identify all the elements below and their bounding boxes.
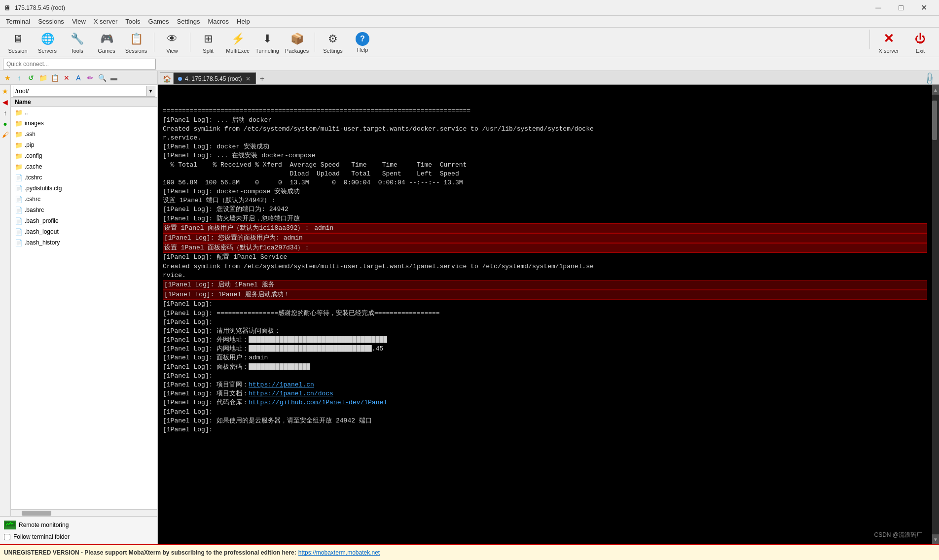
close-button[interactable]: ✕ — [912, 0, 935, 16]
terminal-line: [1Panel Log]: — [163, 318, 927, 327]
tab-bar: 🏠 4. 175.178.5.45 (root) ✕ + 📎 — [158, 71, 939, 85]
toolbar-help-button[interactable]: ? Help — [349, 30, 376, 55]
terminal-line: [1Panel Log]: docker-compose 安装成功 — [163, 187, 927, 196]
list-item[interactable]: 📁 .. — [11, 107, 157, 118]
maximize-button[interactable]: □ — [890, 0, 912, 16]
toolbar-xserver-button[interactable]: ✕ X server — [874, 30, 903, 55]
menu-tools[interactable]: Tools — [121, 17, 144, 26]
terminal-line: [1Panel Log]: ... 在线安装 docker-compose — [163, 151, 927, 160]
scroll-track — [932, 95, 939, 534]
list-item[interactable]: 📁 images — [11, 118, 157, 129]
terminal-line: [1Panel Log]: 防火墙未开启，忽略端口开放 — [163, 214, 927, 223]
games-icon: 🎮 — [99, 31, 114, 47]
sidebar-btn-rename[interactable]: A — [73, 72, 84, 83]
list-item[interactable]: 📄 .cshrc — [11, 194, 157, 205]
toolbar-packages-button[interactable]: 📦 Packages — [283, 30, 311, 55]
list-item[interactable]: 📄 .bash_logout — [11, 226, 157, 237]
exit-icon: ⏻ — [912, 31, 928, 47]
sidebar-btn-more[interactable]: ▬ — [108, 72, 119, 83]
vertical-scrollbar[interactable]: ▲ ▼ — [932, 85, 939, 544]
sidebar-btn-edit[interactable]: ✏ — [85, 72, 96, 83]
toolbar-session-button[interactable]: 🖥 Session — [4, 30, 32, 55]
sidebar: ★ ↑ ↺ 📁 📋 ✕ A ✏ 🔍 ▬ ★ ◀ ↑ ● 🖌 — [0, 71, 158, 544]
toolbar-tunneling-button[interactable]: ⬇ Tunneling — [253, 30, 281, 55]
h-scrollbar-thumb[interactable] — [22, 511, 51, 516]
clip-area: 📎 — [924, 73, 937, 84]
list-item[interactable]: 📁 .pip — [11, 140, 157, 150]
watermark: CSDN @流浪码厂 — [874, 531, 922, 539]
horizontal-scrollbar[interactable] — [11, 509, 157, 516]
file-icon: 📄 — [15, 174, 23, 181]
toolbar-right: ✕ X server ⏻ Exit — [867, 30, 935, 55]
list-item[interactable]: 📄 .bash_profile — [11, 215, 157, 226]
list-item[interactable]: 📄 .pydistutils.cfg — [11, 183, 157, 194]
menu-view[interactable]: View — [68, 17, 90, 26]
terminal-line: [1Panel Log]: 1Panel 服务启动成功！ — [163, 290, 927, 300]
toolbar-tools-button[interactable]: 🔧 Tools — [63, 30, 91, 55]
toolbar-separator-3 — [315, 33, 315, 52]
menu-macros[interactable]: Macros — [204, 17, 233, 26]
nav-arrow-icon[interactable]: ◀ — [1, 98, 10, 106]
nav-up-icon[interactable]: ↑ — [1, 108, 10, 117]
menu-help[interactable]: Help — [233, 17, 254, 26]
terminal[interactable]: ========================================… — [158, 85, 932, 544]
nav-star-icon[interactable]: ★ — [1, 87, 10, 96]
quick-connect-input[interactable] — [3, 59, 156, 70]
terminal-line: [1Panel Log]: docker 安装成功 — [163, 142, 927, 151]
add-tab-button[interactable]: + — [256, 73, 268, 84]
scroll-thumb[interactable] — [932, 101, 937, 140]
path-input[interactable] — [13, 86, 146, 97]
toolbar-view-button[interactable]: 👁 View — [158, 30, 186, 55]
tab-home-button[interactable]: 🏠 — [160, 72, 174, 84]
sidebar-btn-refresh[interactable]: ↺ — [26, 72, 36, 83]
list-item[interactable]: 📄 .bashrc — [11, 205, 157, 215]
tab-close-button[interactable]: ✕ — [245, 75, 252, 82]
menu-settings[interactable]: Settings — [173, 17, 204, 26]
terminal-line: [1Panel Log]: 内网地址：█████████████████████… — [163, 345, 927, 353]
terminal-tab[interactable]: 4. 175.178.5.45 (root) ✕ — [174, 72, 256, 84]
menu-sessions[interactable]: Sessions — [34, 17, 68, 26]
toolbar-settings-button[interactable]: ⚙ Settings — [319, 30, 347, 55]
sidebar-btn-upload[interactable]: ↑ — [14, 72, 25, 83]
toolbar-split-button[interactable]: ⊞ Split — [194, 30, 222, 55]
terminal-line: [1Panel Log]: 您设置的面板用户为: admin — [163, 233, 927, 243]
sidebar-btn-copy[interactable]: 📋 — [49, 72, 60, 83]
file-icon: 📄 — [15, 206, 23, 214]
mobatek-link[interactable]: https://mobaxterm.mobatek.net — [298, 549, 380, 556]
scroll-down-button[interactable]: ▼ — [932, 534, 939, 544]
list-item[interactable]: 📁 .cache — [11, 161, 157, 172]
follow-terminal-checkbox[interactable] — [4, 534, 10, 540]
follow-terminal-item[interactable]: Follow terminal folder — [4, 531, 153, 542]
toolbar-games-button[interactable]: 🎮 Games — [93, 30, 120, 55]
menu-xserver[interactable]: X server — [90, 17, 121, 26]
terminal-line: % Total % Received % Xferd Average Speed… — [163, 161, 927, 170]
toolbar-servers-button[interactable]: 🌐 Servers — [34, 30, 61, 55]
path-dropdown[interactable]: ▼ — [146, 86, 155, 97]
toolbar-exit-button[interactable]: ⏻ Exit — [905, 30, 935, 55]
list-item[interactable]: 📁 .ssh — [11, 129, 157, 140]
terminal-line: [1Panel Log]: ... 启动 docker — [163, 116, 927, 125]
list-item[interactable]: 📁 .config — [11, 150, 157, 161]
multiexec-icon: ⚡ — [230, 31, 246, 47]
terminal-line: 100 56.8M 100 56.8M 0 0 13.3M 0 0:00:04 … — [163, 178, 927, 187]
minimize-button[interactable]: ─ — [867, 0, 890, 16]
packages-icon: 📦 — [289, 31, 305, 47]
toolbar-multiexec-button[interactable]: ⚡ MultiExec — [224, 30, 252, 55]
tools-icon: 🔧 — [69, 31, 85, 47]
sidebar-btn-delete[interactable]: ✕ — [61, 72, 72, 83]
remote-monitoring-item[interactable]: Remote monitoring — [4, 519, 153, 531]
list-item[interactable]: 📄 .bash_history — [11, 237, 157, 248]
view-icon: 👁 — [164, 31, 180, 47]
scroll-up-button[interactable]: ▲ — [932, 85, 939, 95]
sidebar-btn-search[interactable]: 🔍 — [97, 72, 108, 83]
menu-games[interactable]: Games — [144, 17, 173, 26]
nav-circle-icon[interactable]: ● — [1, 119, 10, 128]
nav-paint-icon[interactable]: 🖌 — [1, 130, 10, 139]
sidebar-btn-newfolder[interactable]: 📁 — [37, 72, 48, 83]
list-item[interactable]: 📄 .tcshrc — [11, 172, 157, 183]
menu-terminal[interactable]: Terminal — [2, 17, 34, 26]
toolbar-separator-2 — [190, 33, 190, 52]
terminal-line: [1Panel Log]: ================感谢您的耐心等待，安… — [163, 309, 927, 318]
sidebar-btn-star[interactable]: ★ — [2, 72, 13, 83]
toolbar-sessions-button[interactable]: 📋 Sessions — [122, 30, 150, 55]
